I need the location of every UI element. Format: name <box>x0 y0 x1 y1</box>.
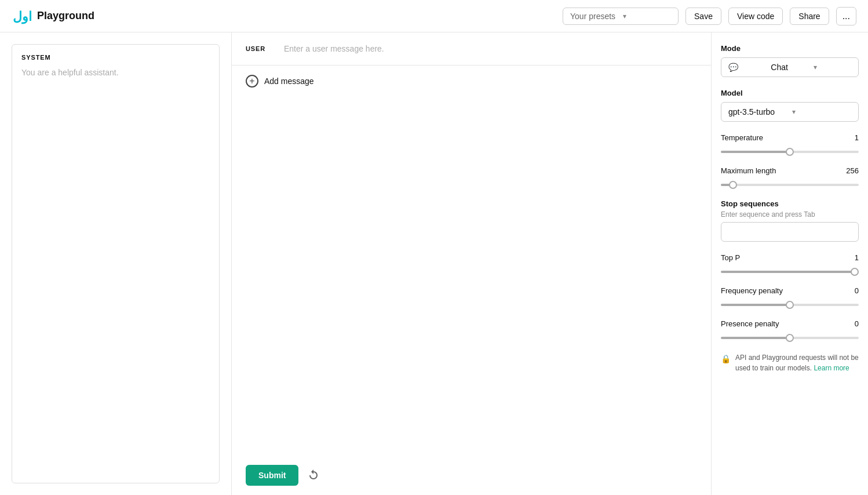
chat-area: USER Enter a user message here. + Add me… <box>232 32 712 495</box>
max-length-slider[interactable] <box>721 184 859 186</box>
user-label: USER <box>246 45 275 52</box>
share-button[interactable]: Share <box>790 8 829 25</box>
chat-bubble-icon: 💬 <box>728 63 766 72</box>
system-placeholder: You are a helpful assistant. <box>21 68 210 77</box>
learn-more-link[interactable]: Learn more <box>814 364 849 372</box>
temperature-control: Temperature 1 <box>721 133 859 155</box>
system-label: SYSTEM <box>21 54 210 61</box>
top-p-label: Top P <box>721 253 740 262</box>
more-button[interactable]: ... <box>836 7 856 26</box>
api-notice: 🔒 API and Playground requests will not b… <box>721 352 859 373</box>
logo-area: اول Playground <box>12 6 94 27</box>
chevron-down-icon: ▾ <box>814 63 851 71</box>
top-p-value: 1 <box>855 253 859 262</box>
frequency-penalty-slider[interactable] <box>721 304 859 306</box>
svg-text:اول: اول <box>13 9 32 24</box>
chat-footer: Submit <box>232 456 711 495</box>
add-message-label: Add message <box>264 77 314 86</box>
max-length-control: Maximum length 256 <box>721 166 859 188</box>
api-notice-text: API and Playground requests will not be … <box>735 352 859 373</box>
reset-icon[interactable] <box>305 467 322 483</box>
header: اول Playground Your presets ▾ Save View … <box>0 0 868 32</box>
stop-sequences-label: Stop sequences <box>721 199 859 208</box>
top-p-slider[interactable] <box>721 271 859 273</box>
frequency-penalty-label: Frequency penalty <box>721 286 783 295</box>
user-message-input[interactable]: Enter a user message here. <box>284 44 697 53</box>
logo-text: Playground <box>37 10 94 22</box>
mode-value: Chat <box>771 63 808 72</box>
top-p-control: Top P 1 <box>721 253 859 275</box>
temperature-slider[interactable] <box>721 151 859 153</box>
submit-button[interactable]: Submit <box>246 465 298 486</box>
system-box[interactable]: SYSTEM You are a helpful assistant. <box>12 44 220 483</box>
stop-sequences-control: Stop sequences Enter sequence and press … <box>721 199 859 253</box>
frequency-penalty-value: 0 <box>855 286 859 295</box>
max-length-value: 256 <box>846 166 859 175</box>
temperature-value: 1 <box>855 133 859 142</box>
presence-penalty-slider[interactable] <box>721 337 859 339</box>
add-message-row[interactable]: + Add message <box>232 65 711 97</box>
chevron-down-icon: ▾ <box>623 12 671 20</box>
system-panel: SYSTEM You are a helpful assistant. <box>0 32 232 495</box>
save-button[interactable]: Save <box>685 8 721 25</box>
frequency-penalty-control: Frequency penalty 0 <box>721 286 859 308</box>
mode-label: Mode <box>721 44 859 53</box>
max-length-label: Maximum length <box>721 166 776 175</box>
mode-dropdown[interactable]: 💬 Chat ▾ <box>721 57 859 77</box>
user-message-row: USER Enter a user message here. <box>232 32 711 65</box>
lock-icon: 🔒 <box>721 353 731 365</box>
main-layout: SYSTEM You are a helpful assistant. USER… <box>0 32 868 495</box>
model-dropdown[interactable]: gpt-3.5-turbo ▾ <box>721 102 859 122</box>
presence-penalty-value: 0 <box>855 319 859 328</box>
view-code-button[interactable]: View code <box>728 8 783 25</box>
stop-sequences-input[interactable] <box>721 222 859 242</box>
add-icon: + <box>246 75 258 88</box>
model-value: gpt-3.5-turbo <box>728 107 787 117</box>
right-sidebar: Mode 💬 Chat ▾ Model gpt-3.5-turbo ▾ Temp… <box>712 32 868 495</box>
model-label: Model <box>721 89 859 97</box>
presence-penalty-label: Presence penalty <box>721 319 779 328</box>
logo-icon: اول <box>12 6 32 27</box>
chevron-down-icon: ▾ <box>792 108 851 116</box>
presets-placeholder: Your presets <box>570 12 618 21</box>
stop-sequences-hint: Enter sequence and press Tab <box>721 210 859 219</box>
temperature-label: Temperature <box>721 133 763 142</box>
presence-penalty-control: Presence penalty 0 <box>721 319 859 341</box>
presets-dropdown[interactable]: Your presets ▾ <box>563 8 679 25</box>
